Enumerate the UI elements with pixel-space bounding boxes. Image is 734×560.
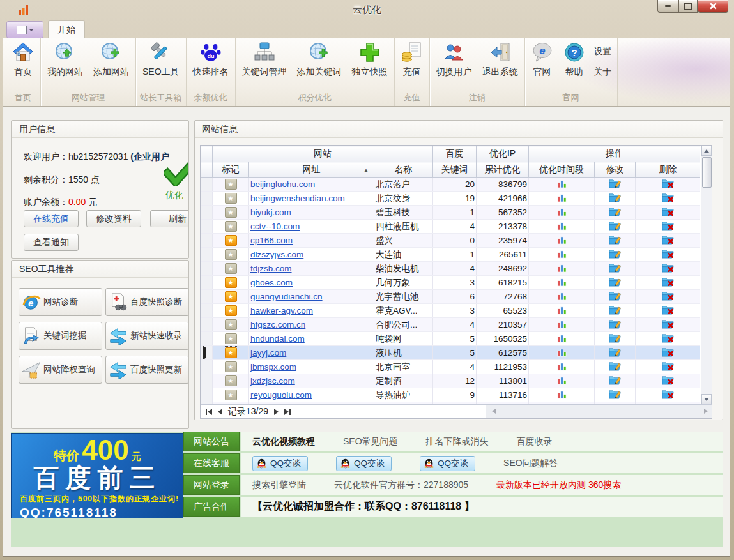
table-row[interactable]: ★ dlzszyjys.com 大连油 1 265611 — [201, 248, 701, 262]
scrollbar-thumb[interactable] — [702, 157, 712, 188]
edit-button[interactable] — [609, 276, 621, 287]
column-header[interactable]: 累计优化 — [477, 162, 529, 178]
edit-button[interactable] — [609, 333, 621, 344]
table-row[interactable]: ★ reyouguolu.com 导热油炉 9 113716 — [201, 388, 701, 402]
star-toggle[interactable]: ★ — [225, 221, 237, 232]
delete-button[interactable] — [662, 361, 674, 372]
ad-banner[interactable]: 特价400元 百度前三 百度前三页内，500以下指数的正规企业词! QQ:765… — [11, 433, 183, 518]
site-url-link[interactable]: jxdzjsc.com — [250, 376, 295, 386]
announcement-link[interactable]: SEO常见问题 — [343, 436, 398, 448]
delete-button[interactable] — [662, 234, 674, 245]
column-header[interactable]: 修改 — [595, 162, 636, 178]
table-row[interactable]: ★ cctv--10.com 四柱液压机 4 213378 — [201, 220, 701, 234]
seo-tool-button[interactable]: e网站诊断 — [19, 288, 102, 316]
star-toggle[interactable]: ★ — [225, 263, 237, 274]
app-menu-button[interactable] — [6, 21, 43, 38]
ribbon-small-button[interactable]: 设置 — [594, 46, 612, 57]
star-toggle[interactable]: ★ — [225, 207, 237, 218]
site-url-link[interactable]: fdjzsb.com — [250, 264, 292, 273]
qq-chat-button[interactable]: QQ交谈 — [252, 456, 308, 471]
time-range-button[interactable] — [556, 277, 567, 287]
seo-tool-button[interactable]: 百度快照诊断 — [105, 288, 189, 316]
time-range-button[interactable] — [556, 319, 567, 329]
site-url-link[interactable]: cctv--10.com — [250, 222, 300, 231]
vertical-scrollbar[interactable] — [701, 146, 712, 404]
time-range-button[interactable] — [556, 291, 567, 301]
star-toggle[interactable]: ★ — [225, 361, 237, 372]
star-toggle[interactable]: ★ — [225, 249, 237, 260]
scroll-left-button[interactable] — [492, 409, 496, 414]
edit-button[interactable] — [609, 347, 621, 358]
ribbon-button[interactable]: 添加网站 — [88, 38, 134, 87]
site-url-link[interactable]: cp166.com — [250, 236, 293, 245]
table-row[interactable]: ★ jxdzjsc.com 定制酒 12 113801 — [201, 374, 701, 388]
qq-chat-button[interactable]: QQ交谈 — [420, 456, 475, 471]
delete-button[interactable] — [662, 291, 674, 301]
qq-chat-button[interactable]: QQ交谈 — [336, 456, 392, 471]
table-row[interactable]: ★ biyukj.com 碧玉科技 1 567352 — [201, 206, 701, 220]
table-row[interactable]: ★ beijingluohu.com 北京落户 20 836799 — [201, 178, 701, 192]
time-range-button[interactable] — [556, 193, 567, 202]
column-header[interactable]: 网址▲ — [249, 162, 374, 178]
delete-button[interactable] — [662, 347, 674, 358]
star-toggle[interactable]: ★ — [225, 277, 237, 288]
edit-button[interactable] — [609, 389, 621, 400]
pager-next-button[interactable] — [274, 407, 279, 416]
edit-button[interactable] — [609, 248, 621, 259]
time-range-button[interactable] — [556, 235, 567, 245]
seo-tool-button[interactable]: 关键词挖掘 — [19, 322, 102, 350]
edit-button[interactable] — [609, 319, 621, 329]
edit-button[interactable] — [609, 291, 621, 301]
edit-button[interactable] — [609, 262, 621, 273]
edit-button[interactable] — [609, 178, 621, 189]
table-row[interactable]: ★ hawker-agv.com 霍克AGV... 3 65523 — [201, 304, 701, 318]
time-range-button[interactable] — [556, 305, 567, 315]
announcement-link[interactable]: 排名下降或消失 — [426, 436, 489, 448]
table-row[interactable]: ★ hfgszc.com.cn 合肥公司... 4 210357 — [201, 318, 701, 332]
ribbon-button[interactable]: 退出系统 — [477, 38, 523, 87]
column-header[interactable]: 关键词 — [433, 162, 477, 178]
column-header[interactable]: 删除 — [636, 162, 700, 178]
announcement-link[interactable]: 百度收录 — [517, 436, 553, 448]
delete-button[interactable] — [662, 319, 674, 329]
time-range-button[interactable] — [556, 347, 567, 357]
refresh-button[interactable]: 刷新 — [150, 210, 189, 227]
edit-button[interactable] — [609, 305, 621, 315]
column-header[interactable]: 名称 — [374, 162, 433, 178]
time-range-button[interactable] — [556, 263, 567, 273]
scroll-right-button[interactable] — [704, 409, 708, 414]
time-range-button[interactable] — [556, 221, 567, 231]
announcement-link[interactable]: 搜索引擎登陆 — [252, 480, 306, 491]
close-button[interactable] — [698, 0, 728, 13]
ribbon-button[interactable]: SEO工具 — [137, 38, 185, 87]
view-notices-button[interactable]: 查看通知 — [24, 234, 79, 251]
site-url-link[interactable]: jayyj.com — [250, 348, 286, 358]
ribbon-button[interactable]: e官网 — [526, 38, 558, 87]
delete-button[interactable] — [662, 192, 674, 203]
seo-tool-button[interactable]: 新站快速收录 — [105, 322, 189, 350]
time-range-button[interactable] — [556, 361, 567, 371]
scroll-up-button[interactable] — [701, 146, 712, 156]
ribbon-button[interactable]: 独立快照 — [347, 38, 393, 87]
column-header[interactable]: 优化时间段 — [529, 162, 595, 178]
edit-button[interactable] — [609, 361, 621, 372]
edit-button[interactable] — [609, 220, 621, 231]
ribbon-button[interactable]: ?帮助 — [558, 38, 590, 87]
edit-button[interactable] — [609, 234, 621, 245]
time-range-button[interactable] — [556, 390, 567, 399]
site-url-link[interactable]: biyukj.com — [250, 208, 291, 217]
delete-button[interactable] — [662, 248, 674, 259]
edit-button[interactable] — [609, 206, 621, 217]
time-range-button[interactable] — [556, 375, 567, 385]
table-row[interactable]: ★ jayyj.com 液压机 5 612575 — [201, 346, 701, 360]
pager-first-button[interactable] — [206, 407, 212, 416]
maximize-button[interactable] — [678, 0, 698, 13]
delete-button[interactable] — [662, 305, 674, 315]
site-url-link[interactable]: guangyudianchi.cn — [250, 292, 323, 301]
time-range-button[interactable] — [556, 179, 567, 188]
delete-button[interactable] — [662, 333, 674, 344]
minimize-button[interactable] — [657, 0, 678, 13]
edit-profile-button[interactable]: 修改资料 — [86, 210, 141, 227]
table-row[interactable]: ★ guangyudianchi.cn 光宇蓄电池 6 72768 — [201, 290, 701, 304]
time-range-button[interactable] — [556, 249, 567, 259]
